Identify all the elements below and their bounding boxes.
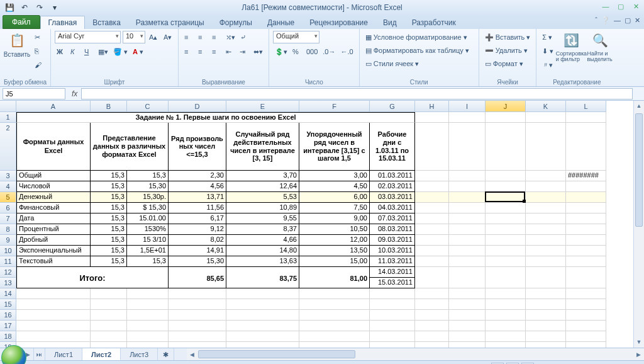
cell[interactable]: 10,50 (299, 224, 370, 235)
cell[interactable]: Рабочие дни с 1.03.11 по 15.03.11 (370, 123, 415, 171)
decrease-decimal-button[interactable]: ←.0 (339, 45, 355, 58)
cell[interactable] (370, 299, 415, 310)
cell[interactable] (526, 299, 566, 310)
row-header[interactable]: 2 (0, 123, 16, 171)
shrink-font-button[interactable]: A▾ (162, 31, 174, 43)
cell[interactable] (526, 256, 566, 267)
tab-review[interactable]: Рецензирование (302, 16, 375, 29)
cell[interactable]: ######## (566, 171, 606, 181)
borders-button[interactable]: ▦▾ (96, 45, 110, 58)
cell[interactable] (169, 299, 226, 310)
cell[interactable] (566, 342, 606, 348)
cell[interactable] (16, 321, 91, 331)
ribbon-minimize-icon[interactable]: ˆ (595, 16, 597, 25)
format-painter-button[interactable]: 🖌 (33, 59, 45, 71)
cell[interactable]: Дата (16, 213, 91, 224)
cell[interactable] (526, 181, 566, 192)
cell[interactable] (526, 224, 566, 235)
cell[interactable] (486, 267, 526, 288)
formula-input[interactable] (81, 88, 633, 100)
row-header[interactable]: 16 (0, 310, 16, 321)
cell[interactable] (91, 299, 127, 310)
cell[interactable] (415, 235, 449, 246)
cell[interactable]: 11,56 (169, 203, 226, 213)
scroll-left-icon[interactable]: ◀ (187, 348, 197, 360)
save-icon[interactable]: 💾 (3, 1, 16, 14)
help-icon[interactable]: ❔ (601, 16, 610, 25)
row-header[interactable]: 17 (0, 321, 16, 331)
cell[interactable] (486, 171, 526, 181)
cell[interactable] (226, 321, 299, 331)
cell[interactable]: 04.03.2011 (370, 203, 415, 213)
cell[interactable]: 15,3 (127, 171, 169, 181)
tab-file[interactable]: Файл (3, 15, 40, 29)
increase-indent-button[interactable]: ⇥ (238, 45, 250, 58)
cell[interactable] (415, 171, 449, 181)
col-header[interactable]: G (370, 101, 415, 112)
find-select-button[interactable]: 🔍 Найти и выделить (587, 31, 613, 62)
close-icon[interactable]: ✕ (630, 1, 641, 11)
cell[interactable] (486, 235, 526, 246)
merge-center-button[interactable]: ⬌▾ (252, 45, 265, 58)
sheet-tab[interactable]: Лист2 (82, 348, 121, 360)
redo-icon[interactable]: ↷ (33, 1, 47, 14)
cell[interactable]: 14,80 (226, 246, 299, 256)
sheet-tab[interactable]: Лист3 (121, 348, 158, 360)
col-header[interactable]: J (486, 101, 526, 112)
cell[interactable] (16, 331, 91, 342)
cell[interactable] (449, 246, 486, 256)
cell[interactable] (127, 342, 169, 348)
cell[interactable]: Общий (16, 171, 91, 181)
cell[interactable] (486, 192, 526, 203)
font-size-combo[interactable]: 10 (123, 31, 145, 43)
cell[interactable] (486, 331, 526, 342)
cell[interactable] (16, 310, 91, 321)
cell[interactable]: 1,5E+01 (127, 246, 169, 256)
cell[interactable] (566, 112, 606, 123)
cell[interactable]: 15,3 (91, 246, 127, 256)
cell[interactable] (226, 342, 299, 348)
number-format-combo[interactable]: Общий (273, 31, 319, 43)
cell[interactable] (415, 331, 449, 342)
cell[interactable] (566, 256, 606, 267)
scroll-thumb[interactable] (635, 113, 643, 227)
cell[interactable] (169, 331, 226, 342)
cell[interactable]: 15.01.00 (127, 213, 169, 224)
window-restore-icon[interactable]: ▢ (625, 16, 631, 25)
cell[interactable] (486, 181, 526, 192)
cell[interactable] (226, 310, 299, 321)
undo-icon[interactable]: ↶ (18, 1, 31, 14)
cell[interactable]: 12,00 (299, 235, 370, 246)
cell[interactable]: 07.03.2011 (370, 213, 415, 224)
cell[interactable] (226, 288, 299, 299)
cell[interactable]: 11.03.2011 (370, 256, 415, 267)
tab-data[interactable]: Данные (260, 16, 302, 29)
cell[interactable]: Текстовый (16, 256, 91, 267)
cell[interactable]: 13,63 (226, 256, 299, 267)
cell[interactable] (526, 171, 566, 181)
fill-color-button[interactable]: 🪣▾ (111, 45, 130, 58)
cell[interactable] (486, 310, 526, 321)
col-header[interactable]: I (449, 101, 486, 112)
col-header[interactable]: K (526, 101, 566, 112)
cell[interactable] (526, 203, 566, 213)
cell[interactable] (415, 321, 449, 331)
row-header[interactable]: 7 (0, 213, 16, 224)
cell[interactable]: 10,89 (226, 203, 299, 213)
cell[interactable]: 3,70 (226, 171, 299, 181)
minimize-icon[interactable]: ― (600, 1, 611, 11)
tab-view[interactable]: Вид (375, 16, 404, 29)
bold-button[interactable]: Ж (55, 45, 67, 58)
conditional-formatting-button[interactable]: ▦Условное форматирование ▾ (364, 31, 469, 43)
cell[interactable] (566, 331, 606, 342)
row-header[interactable]: 6 (0, 203, 16, 213)
name-box[interactable] (3, 88, 65, 100)
cell[interactable] (127, 321, 169, 331)
cell[interactable] (449, 123, 486, 171)
sheet-tab[interactable]: Лист1 (45, 348, 82, 360)
row-header[interactable]: 13 (0, 278, 16, 288)
align-top-button[interactable]: ≡ (182, 31, 195, 43)
new-sheet-button[interactable]: ✱ (158, 348, 174, 360)
cell[interactable] (415, 299, 449, 310)
cell[interactable] (415, 256, 449, 267)
